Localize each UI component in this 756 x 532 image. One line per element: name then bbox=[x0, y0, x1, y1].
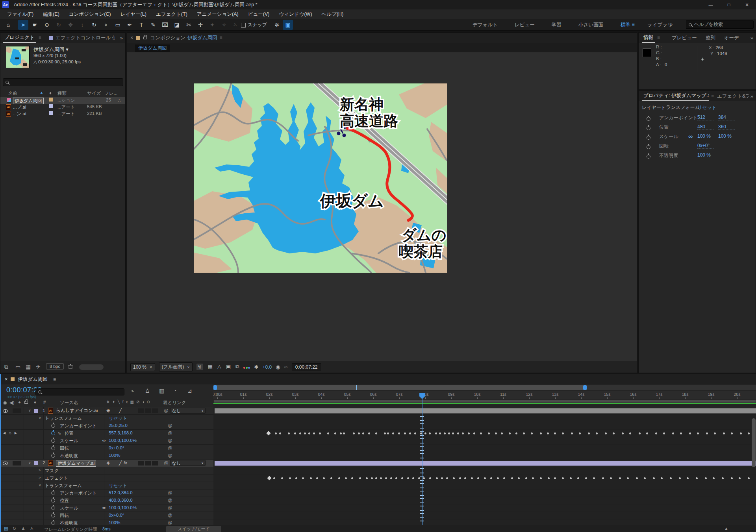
keyframe[interactable] bbox=[334, 432, 336, 434]
vertical-scrollbar[interactable] bbox=[752, 418, 756, 467]
rectangle-tool-icon[interactable]: ▭ bbox=[113, 20, 123, 30]
user-icon[interactable]: ♙ bbox=[30, 526, 34, 531]
timeline-search-input[interactable] bbox=[35, 388, 124, 395]
keyframe[interactable] bbox=[435, 432, 437, 434]
track-row[interactable] bbox=[213, 475, 756, 482]
property-value[interactable]: 25.0,25.0 bbox=[109, 423, 128, 428]
property-row[interactable]: スケール∞100.0,100.0%@ bbox=[1, 437, 213, 445]
quality-switch[interactable]: ❋ bbox=[106, 460, 110, 466]
project-list-header[interactable]: 名前 ▲ ♦ 種類 サイズ フレ... bbox=[0, 90, 125, 97]
keyframe[interactable] bbox=[302, 477, 304, 479]
stopwatch-icon[interactable] bbox=[51, 499, 55, 502]
keyframe[interactable] bbox=[480, 432, 482, 434]
eye-icon[interactable] bbox=[3, 409, 8, 413]
label-swatch[interactable] bbox=[49, 111, 53, 115]
project-search-input[interactable] bbox=[3, 78, 123, 86]
link-icon[interactable]: ∞ bbox=[102, 438, 106, 443]
keyframe[interactable] bbox=[748, 477, 750, 479]
keyframe[interactable] bbox=[739, 477, 741, 479]
keyframe[interactable] bbox=[304, 432, 306, 434]
fast-preview-icon[interactable]: ↯ bbox=[196, 364, 203, 370]
keyframe[interactable] bbox=[518, 477, 520, 479]
keyframe[interactable] bbox=[731, 477, 733, 479]
keyframe[interactable] bbox=[501, 432, 503, 434]
pickwhip-icon[interactable]: @ bbox=[168, 445, 172, 450]
parent-dropdown[interactable]: なし ∨ bbox=[170, 408, 206, 414]
keyframe[interactable] bbox=[484, 477, 486, 479]
keyframe[interactable] bbox=[429, 432, 431, 434]
keyframe[interactable] bbox=[375, 432, 377, 434]
rasterize-switch[interactable]: ╱ bbox=[119, 460, 122, 466]
tab-effects-presets[interactable]: エフェクト&プリ bbox=[717, 93, 749, 100]
keyframe[interactable] bbox=[338, 477, 340, 479]
selection-tool-icon[interactable]: ➤ bbox=[18, 20, 28, 30]
keyframe[interactable] bbox=[368, 432, 370, 434]
map-composition[interactable]: 新名神 高速道路 伊坂ダム ダムの 喫茶店 bbox=[194, 83, 447, 273]
help-search-input[interactable]: ヘルプを検索 bbox=[686, 20, 754, 29]
video-column-icon[interactable]: ◉ bbox=[3, 400, 7, 405]
keyframe[interactable] bbox=[398, 432, 400, 434]
keyframe[interactable] bbox=[327, 432, 329, 434]
puppet-pin-tool-icon[interactable]: ✢ bbox=[195, 20, 206, 30]
new-folder-icon[interactable]: ▭ bbox=[15, 364, 20, 370]
layer-color-swatch[interactable] bbox=[34, 409, 38, 413]
mask-path-visibility-toggle-icon[interactable]: ▣ bbox=[283, 20, 293, 30]
group-row[interactable]: ∨トランスフォームリセット bbox=[1, 415, 213, 422]
stopwatch-icon[interactable] bbox=[51, 454, 55, 458]
stopwatch-icon[interactable] bbox=[51, 424, 55, 428]
keyframe[interactable] bbox=[619, 477, 621, 479]
scroll-up-icon[interactable]: ▲ bbox=[724, 526, 728, 531]
collaboration-icon[interactable]: ♟ bbox=[21, 526, 25, 531]
group-caret-icon[interactable]: > bbox=[39, 476, 41, 480]
keyframe[interactable] bbox=[414, 432, 416, 434]
keyframe[interactable] bbox=[384, 432, 386, 434]
comp-mini-flowchart-icon[interactable]: ⌁ bbox=[131, 388, 134, 394]
panel-menu-icon[interactable]: ≡ bbox=[657, 35, 660, 41]
keyframe[interactable] bbox=[452, 432, 454, 434]
keyframe[interactable] bbox=[644, 477, 646, 479]
keyframe[interactable] bbox=[392, 432, 394, 434]
zoom-tool-icon[interactable]: ⊙ bbox=[42, 20, 52, 30]
tab-comp-prefix[interactable]: コンポジション bbox=[150, 35, 185, 41]
pixel-snap-toggle-icon[interactable]: ✲ bbox=[272, 20, 282, 30]
guides-icon[interactable]: ⧉ bbox=[235, 364, 239, 370]
fx-switch[interactable]: fx bbox=[124, 460, 127, 465]
property-row[interactable]: 不透明度100%@ bbox=[1, 452, 213, 460]
keyframe[interactable] bbox=[511, 477, 513, 479]
property-row[interactable]: 回転0x+0.0°@ bbox=[1, 445, 213, 452]
tab-properties[interactable]: プロパティ: 伊坂ダムマップ.ai bbox=[642, 91, 709, 101]
keyframe[interactable] bbox=[531, 432, 533, 434]
track-row[interactable] bbox=[213, 490, 756, 497]
property-value-2[interactable]: 384 bbox=[718, 115, 735, 120]
keyframe[interactable] bbox=[424, 432, 426, 434]
keyframe[interactable] bbox=[319, 432, 321, 434]
transparency-grid-icon[interactable]: ▦ bbox=[208, 364, 213, 370]
keyframe[interactable] bbox=[629, 432, 631, 434]
keyframe[interactable] bbox=[523, 432, 525, 434]
keyframe[interactable] bbox=[353, 432, 355, 434]
keyframe[interactable] bbox=[713, 477, 715, 479]
project-settings-icon[interactable]: ✈ bbox=[36, 364, 41, 370]
track-row[interactable] bbox=[213, 482, 756, 490]
rotation-tool-icon[interactable]: ↻ bbox=[89, 20, 99, 30]
keyframe[interactable] bbox=[497, 477, 499, 479]
link-icon[interactable]: ∞ bbox=[102, 505, 106, 510]
track-row[interactable] bbox=[213, 407, 756, 415]
keyframe[interactable] bbox=[266, 431, 271, 435]
keyframe[interactable] bbox=[375, 477, 377, 479]
quality-dropdown[interactable]: (フル画質)∨ bbox=[159, 362, 193, 371]
property-value[interactable]: 100% bbox=[109, 520, 120, 525]
menu-5[interactable]: アニメーション(A) bbox=[192, 9, 243, 19]
tab-情報[interactable]: 情報 bbox=[642, 33, 655, 43]
keyframe[interactable] bbox=[404, 432, 406, 434]
render-queue-icon[interactable]: ▤ bbox=[4, 526, 8, 531]
keyframe[interactable] bbox=[423, 477, 425, 479]
pickwhip-icon[interactable]: @ bbox=[168, 490, 172, 495]
minimize-button[interactable]: — bbox=[702, 0, 720, 9]
group-caret-icon[interactable]: > bbox=[39, 468, 41, 472]
keyframe[interactable] bbox=[453, 477, 455, 479]
pickwhip-icon[interactable]: @ bbox=[168, 430, 172, 435]
property-value[interactable]: 100.0,100.0% bbox=[109, 438, 137, 443]
property-label[interactable]: アンカーポイント bbox=[60, 490, 97, 496]
keyframe[interactable] bbox=[473, 432, 475, 434]
